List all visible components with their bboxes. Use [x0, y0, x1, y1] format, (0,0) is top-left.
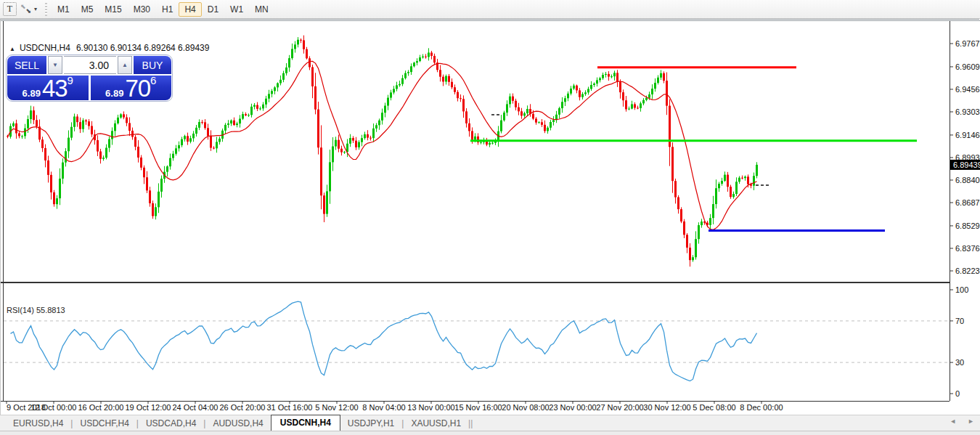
chart-tabs: EURUSD,H4|USDCHF,H4|USDCAD,H4|AUDUSD,H4U…: [6, 416, 473, 431]
volume-decrease-button[interactable]: ▼: [48, 56, 62, 74]
sell-price-display[interactable]: 6.89 43 9: [7, 76, 89, 100]
tab-separator: |: [470, 418, 473, 428]
timeframe-button-m1[interactable]: M1: [52, 2, 75, 17]
tab-scroll-left-icon[interactable]: ◄: [950, 418, 956, 425]
subwindow-expand-icon[interactable]: ▲: [9, 46, 15, 52]
timeframe-button-m5[interactable]: M5: [75, 2, 99, 17]
text-tool-button[interactable]: T: [3, 2, 17, 16]
rsi-tick-label: 0: [955, 389, 960, 398]
sell-price-pips: 43: [42, 78, 68, 99]
rsi-axis: 10070300: [950, 285, 968, 398]
volume-input[interactable]: 3.00: [64, 56, 116, 74]
chart-tab-bar: EURUSD,H4|USDCHF,H4|USDCAD,H4|AUDUSD,H4U…: [0, 415, 980, 431]
time-tick-label: 26 Oct 20:00: [220, 403, 266, 412]
chart-symbol-label: USDCNH,H4: [20, 43, 70, 53]
time-tick-label: 16 Oct 20:00: [78, 403, 124, 412]
price-tick-label: 6.97670: [955, 39, 980, 48]
sell-button[interactable]: SELL: [7, 56, 46, 74]
tab-eurusd[interactable]: EURUSD,H4: [6, 417, 70, 430]
price-tick-label: 6.85295: [955, 221, 980, 230]
tab-scroll-controls: ◄ ►: [950, 418, 974, 425]
time-tick-label: 5 Nov 12:00: [315, 403, 358, 412]
chart-window: 6.976706.960956.945656.930356.914606.899…: [0, 19, 979, 435]
buy-price-prefix: 6.89: [105, 87, 123, 99]
rsi-line: [11, 301, 757, 381]
tab-usdjpy[interactable]: USDJPY,H1: [340, 417, 401, 430]
buy-price-pips: 70: [125, 78, 150, 99]
buy-button[interactable]: BUY: [134, 56, 171, 74]
time-tick-label: 27 Nov 20:00: [596, 403, 643, 412]
time-tick-label: 24 Oct 04:00: [173, 403, 219, 412]
current-price-label: 6.89439: [953, 160, 980, 169]
time-tick-label: 23 Nov 00:00: [549, 403, 596, 412]
time-tick-label: 31 Oct 16:00: [267, 403, 313, 412]
chart-ohlc-values: 6.90130 6.90134 6.89264 6.89439: [76, 43, 210, 53]
price-tick-label: 6.91460: [955, 131, 980, 139]
timeframe-button-group: M1M5M15M30H1H4D1W1MN: [52, 2, 274, 17]
buy-price-point: 6: [150, 76, 156, 85]
price-axis: 6.976706.960956.945656.930356.914606.899…: [950, 39, 980, 275]
time-tick-label: 20 Nov 08:00: [502, 403, 549, 412]
rsi-tick-label: 30: [955, 358, 964, 367]
price-tick-label: 6.83765: [955, 244, 980, 253]
time-axis: 9 Oct 201812 Oct 00:0016 Oct 20:0019 Oct…: [7, 402, 783, 412]
price-tick-label: 6.94565: [955, 85, 980, 94]
tab-scroll-right-icon[interactable]: ►: [968, 418, 974, 425]
chart-ohlc-readout: ▲USDCNH,H46.90130 6.90134 6.89264 6.8943…: [9, 43, 209, 53]
time-tick-label: 15 Nov 16:00: [454, 403, 502, 412]
tab-usdcad[interactable]: USDCAD,H4: [139, 417, 203, 430]
top-toolbar: T ⬉ ⬊ ▾ M1M5M15M30H1H4D1W1MN: [0, 0, 980, 19]
sell-price-point: 9: [68, 76, 73, 85]
time-tick-label: 19 Oct 12:00: [126, 403, 171, 412]
time-tick-label: 8 Nov 04:00: [362, 403, 405, 412]
tab-usdchf[interactable]: USDCHF,H4: [73, 417, 136, 430]
timeframe-button-m15[interactable]: M15: [99, 2, 127, 17]
arrow-down-right-icon: ⬊: [25, 7, 31, 15]
timeframe-button-h1[interactable]: H1: [156, 2, 179, 17]
rsi-indicator-label: RSI(14) 55.8813: [7, 306, 65, 314]
rsi-tick-label: 100: [955, 285, 968, 294]
time-tick-label: 5 Dec 08:00: [693, 403, 735, 412]
time-tick-label: 30 Nov 12:00: [643, 403, 690, 412]
one-click-trading-panel: SELL ▼ 3.00 ▲ BUY 6.89 43 9 6.89 70 6: [6, 54, 173, 102]
price-tick-label: 6.82235: [955, 267, 980, 275]
timeframe-button-m30[interactable]: M30: [128, 2, 156, 17]
arrow-objects-icon[interactable]: ⬉ ⬊: [18, 2, 33, 16]
toolbar-grip: [45, 3, 47, 16]
timeframe-button-h4[interactable]: H4: [179, 2, 201, 17]
time-tick-label: 12 Oct 00:00: [31, 403, 77, 412]
price-tick-label: 6.86870: [955, 198, 980, 207]
status-strip: [0, 431, 980, 435]
dropdown-caret-icon[interactable]: ▾: [34, 6, 37, 12]
tab-usdcnh[interactable]: USDCNH,H4: [271, 415, 340, 431]
time-tick-label: 13 Nov 00:00: [407, 403, 454, 412]
arrow-up-left-icon: ⬉: [20, 3, 26, 10]
volume-increase-button[interactable]: ▲: [118, 56, 132, 74]
tab-audusd[interactable]: AUDUSD,H4: [205, 417, 270, 430]
rsi-tick-label: 70: [955, 317, 964, 325]
timeframe-button-mn[interactable]: MN: [249, 2, 274, 17]
sell-price-prefix: 6.89: [23, 87, 41, 99]
timeframe-button-d1[interactable]: D1: [202, 2, 224, 17]
price-tick-label: 6.88400: [955, 176, 980, 184]
price-tick-label: 6.96095: [955, 62, 980, 71]
price-tick-label: 6.93035: [955, 107, 980, 116]
time-tick-label: 8 Dec 00:00: [740, 403, 783, 412]
timeframe-button-w1[interactable]: W1: [224, 2, 249, 17]
buy-price-display[interactable]: 6.89 70 6: [91, 76, 172, 100]
tab-xauusd[interactable]: XAUUSD,H1: [404, 417, 468, 430]
